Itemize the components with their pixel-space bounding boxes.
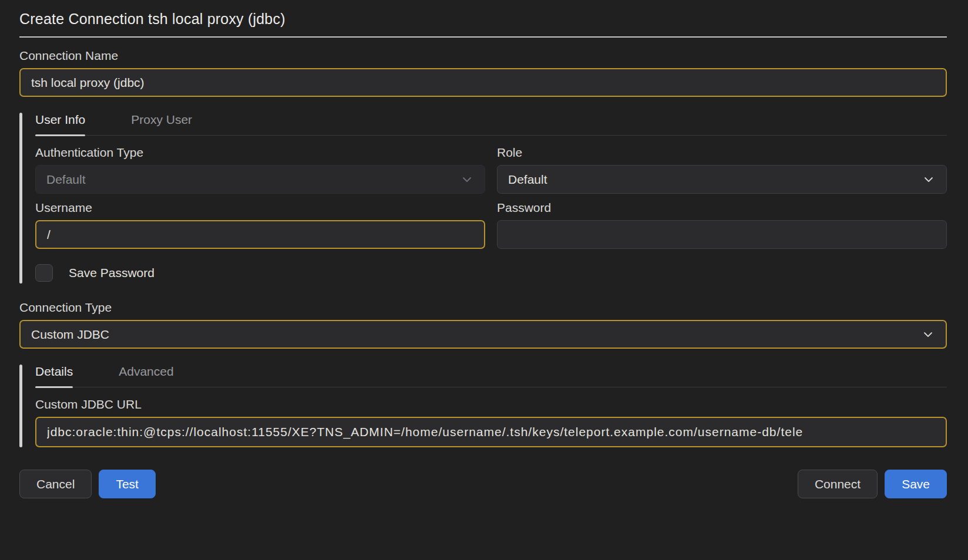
role-field: Role Default <box>497 146 947 194</box>
authentication-type-value: Default <box>46 173 86 187</box>
password-label: Password <box>497 201 947 215</box>
password-field: Password <box>497 201 947 249</box>
footer: Cancel Test Connect Save <box>19 470 947 498</box>
dialog-title: Create Connection tsh local proxy (jdbc) <box>19 11 947 28</box>
tab-details[interactable]: Details <box>35 365 73 387</box>
footer-right-buttons: Connect Save <box>798 470 947 498</box>
authentication-type-select[interactable]: Default <box>35 165 485 194</box>
tab-user-info-label: User Info <box>35 113 85 126</box>
connection-type-value: Custom JDBC <box>31 328 109 342</box>
user-info-tabs: User Info Proxy User <box>35 113 947 136</box>
test-button[interactable]: Test <box>99 470 156 498</box>
footer-left-buttons: Cancel Test <box>19 470 156 498</box>
tab-details-label: Details <box>35 365 73 378</box>
save-password-label: Save Password <box>69 266 154 280</box>
connection-name-input[interactable] <box>19 68 947 97</box>
section-indicator-bar <box>19 113 22 284</box>
details-tabs: Details Advanced <box>35 365 947 387</box>
role-value: Default <box>508 173 547 187</box>
create-connection-dialog: Create Connection tsh local proxy (jdbc)… <box>0 0 968 560</box>
connection-name-label: Connection Name <box>19 49 947 63</box>
custom-jdbc-url-field: Custom JDBC URL <box>35 397 947 447</box>
details-section: Details Advanced Custom JDBC URL <box>19 365 947 447</box>
password-input[interactable] <box>497 220 947 249</box>
save-password-row: Save Password <box>35 264 947 284</box>
save-password-checkbox[interactable] <box>35 264 53 282</box>
connection-type-label: Connection Type <box>19 301 947 315</box>
section-indicator-bar <box>19 365 22 447</box>
chevron-down-icon <box>921 328 935 342</box>
username-field: Username <box>35 201 485 249</box>
connection-name-field: Connection Name <box>19 49 947 97</box>
connect-button[interactable]: Connect <box>798 470 878 498</box>
cancel-button[interactable]: Cancel <box>19 470 92 498</box>
tab-advanced-label: Advanced <box>119 365 173 378</box>
tab-proxy-user-label: Proxy User <box>131 113 192 126</box>
chevron-down-icon <box>922 173 936 187</box>
username-label: Username <box>35 201 485 215</box>
tab-user-info[interactable]: User Info <box>35 113 85 135</box>
user-info-section: User Info Proxy User Authentication Type… <box>19 113 947 284</box>
custom-jdbc-url-input[interactable] <box>35 417 947 447</box>
connection-type-field: Connection Type Custom JDBC <box>19 301 947 349</box>
connection-type-select[interactable]: Custom JDBC <box>19 320 947 349</box>
role-label: Role <box>497 146 947 160</box>
chevron-down-icon <box>460 173 474 187</box>
username-input[interactable] <box>35 220 485 249</box>
role-select[interactable]: Default <box>497 165 947 194</box>
authentication-type-field: Authentication Type Default <box>35 146 485 194</box>
tab-proxy-user[interactable]: Proxy User <box>131 113 192 135</box>
tab-advanced[interactable]: Advanced <box>119 365 173 387</box>
custom-jdbc-url-label: Custom JDBC URL <box>35 397 947 411</box>
authentication-type-label: Authentication Type <box>35 146 485 160</box>
title-divider <box>19 36 947 38</box>
save-button[interactable]: Save <box>885 470 947 498</box>
